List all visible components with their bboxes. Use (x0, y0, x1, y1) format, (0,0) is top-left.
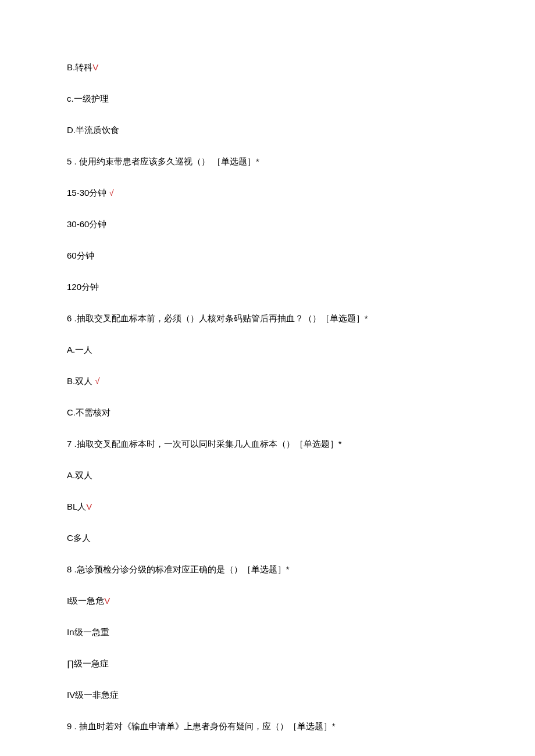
text-line: BL人V (67, 500, 468, 513)
line-text: D.半流质饮食 (67, 125, 119, 135)
text-line: ∏级一急症 (67, 657, 468, 669)
line-text: BL人 (67, 501, 86, 511)
line-text: 8 .急诊预检分诊分级的标准对应正确的是（）［单选题］* (67, 564, 290, 574)
text-line: A.一人 (67, 343, 468, 356)
line-text: B.双人 (67, 376, 95, 386)
line-text: c.一级护理 (67, 94, 109, 103)
text-line: B.转科V (67, 61, 468, 73)
line-text: A.一人 (67, 345, 92, 354)
text-line: 8 .急诊预检分诊分级的标准对应正确的是（）［单选题］* (67, 563, 468, 575)
line-text: 60分钟 (67, 250, 94, 260)
text-line: A.双人 (67, 469, 468, 481)
document-content: B.转科Vc.一级护理D.半流质饮食5 . 使用约束带患者应该多久巡视（） ［单… (67, 61, 468, 732)
text-line: 120分钟 (67, 281, 468, 293)
line-text: 9 . 抽血时若对《输血申请单》上患者身份有疑问，应（）［单选题］* (67, 721, 336, 731)
text-line: C多人 (67, 532, 468, 544)
text-line: In级一急重 (67, 626, 468, 638)
check-mark-icon: √ (95, 376, 99, 386)
line-text: In级一急重 (67, 627, 109, 637)
check-mark-icon: √ (109, 188, 114, 198)
text-line: 9 . 抽血时若对《输血申请单》上患者身份有疑问，应（）［单选题］* (67, 720, 468, 732)
check-mark-icon: V (104, 596, 110, 605)
text-line: B.双人 √ (67, 375, 468, 387)
line-text: 120分钟 (67, 282, 99, 292)
text-line: I级一急危V (67, 594, 468, 607)
text-line: D.半流质饮食 (67, 124, 468, 136)
text-line: c.一级护理 (67, 92, 468, 105)
line-text: B.转科 (67, 62, 92, 72)
line-text: 30-60分钟 (67, 219, 106, 229)
line-text: C.不需核对 (67, 407, 110, 417)
text-line: 6 .抽取交叉配血标本前，必须（）人核对条码贴管后再抽血？（）［单选题］* (67, 312, 468, 324)
line-text: I级一急危 (67, 596, 104, 605)
text-line: IV级一非急症 (67, 689, 468, 701)
line-text: C多人 (67, 533, 91, 543)
text-line: 30-60分钟 (67, 218, 468, 230)
line-text: 7 .抽取交叉配血标本时，一次可以同时采集几人血标本（）［单选题］* (67, 439, 342, 449)
text-line: 60分钟 (67, 249, 468, 261)
text-line: 5 . 使用约束带患者应该多久巡视（） ［单选题］* (67, 155, 468, 167)
text-line: 15-30分钟 √ (67, 187, 468, 199)
line-text: 6 .抽取交叉配血标本前，必须（）人核对条码贴管后再抽血？（）［单选题］* (67, 313, 368, 323)
check-mark-icon: V (92, 62, 98, 72)
line-text: 15-30分钟 (67, 188, 109, 198)
line-text: IV级一非急症 (67, 690, 119, 700)
text-line: C.不需核对 (67, 406, 468, 418)
line-text: 5 . 使用约束带患者应该多久巡视（） ［单选题］* (67, 156, 259, 166)
line-text: A.双人 (67, 470, 92, 480)
text-line: 7 .抽取交叉配血标本时，一次可以同时采集几人血标本（）［单选题］* (67, 438, 468, 450)
check-mark-icon: V (86, 501, 92, 511)
line-text: ∏级一急症 (67, 658, 109, 668)
